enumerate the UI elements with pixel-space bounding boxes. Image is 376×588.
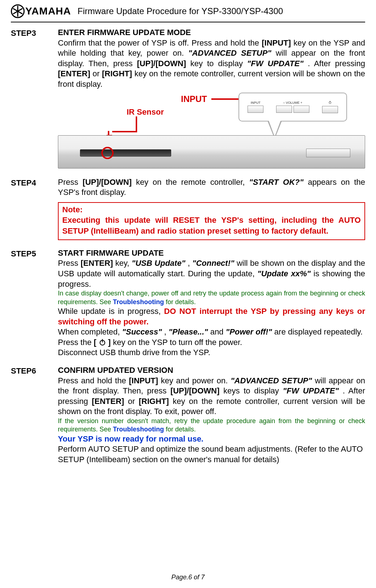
brand-logo-text: YAMAHA: [25, 5, 71, 18]
note-title: Note:: [62, 205, 83, 214]
step5-green1b: for details.: [164, 298, 196, 306]
step6-body: CONFIRM UPDATED VERSION Press and hold t…: [58, 365, 365, 465]
step5-p3e: key on the YSP to turn off the power.: [113, 338, 242, 347]
step3-input-key: [INPUT]: [262, 38, 291, 47]
step3-body: ENTER FIRMWARE UPDATE MODE Confirm that …: [58, 27, 365, 170]
step4-start-ok: "START OK?": [249, 178, 304, 187]
step5-p3b: ,: [164, 327, 169, 336]
step3-right-key: [RIGHT]: [102, 69, 132, 78]
document-title: Firmware Update Procedure for YSP-3300/Y…: [77, 5, 283, 17]
step3-fw-update: "FW UPDATE": [247, 59, 304, 68]
step5-usb-update: "USB Update": [132, 259, 185, 268]
ir-sensor-label: IR Sensor: [127, 107, 164, 118]
step6-green-note: If the version number doesn't match, ret…: [58, 417, 365, 434]
step5-p1c: ,: [188, 259, 193, 268]
step5-update-pct: "Update xx%": [257, 269, 310, 278]
step4-label: STEP4: [11, 177, 47, 240]
device-right-panel: [306, 149, 350, 157]
step6-ready: Your YSP is now ready for normal use.: [58, 434, 203, 443]
step4-body: Press [UP]/[DOWN] key on the remote cont…: [58, 177, 365, 240]
step5: STEP5 START FIRMWARE UPDATE Press [ENTER…: [11, 248, 365, 358]
step5-heading: START FIRMWARE UPDATE: [58, 248, 164, 257]
step5-poweroff-msg: "Power off!": [226, 327, 272, 336]
step5-disconnect-usb: Disconnect USB thumb drive from the YSP.: [58, 348, 365, 358]
callout-volume-label: – VOLUME +: [283, 101, 302, 105]
step5-connect: "Connect!": [192, 259, 234, 268]
callout-input-label: INPUT: [251, 101, 261, 105]
step4-updown-key: [UP]/[DOWN]: [83, 178, 132, 187]
step6-troubleshooting-link[interactable]: Troubleshooting: [113, 426, 164, 433]
callout-power-button: [322, 106, 338, 113]
step6-green1a: If the version number doesn't match, ret…: [58, 417, 365, 433]
page-footer: Page.6 of 7: [0, 573, 376, 581]
step3-adv-setup: "ADVANCED SETUP": [188, 48, 271, 57]
step4-t1: Press: [58, 178, 83, 187]
step6-p1b: key and power on.: [161, 376, 231, 385]
device-display-slot: [80, 149, 171, 157]
step6-updown-key: [UP]/[DOWN]: [170, 386, 220, 395]
brand-logo: YAMAHA: [11, 4, 71, 18]
page-header: YAMAHA Firmware Update Procedure for YSP…: [11, 4, 365, 22]
step6-p1a: Press and hold the: [58, 376, 129, 385]
callout-vol-minus-button: [276, 106, 292, 113]
note-box: Note: Executing this update will RESET t…: [58, 202, 365, 240]
step6-p2: Perform AUTO SETUP and optimize the soun…: [58, 444, 363, 464]
step3-updown-key: [UP]/[DOWN]: [137, 59, 186, 68]
input-callout-label: INPUT: [181, 93, 207, 105]
step5-bracket-left: [: [94, 338, 98, 347]
step5-p3a: When completed,: [58, 327, 122, 336]
step5-success: "Success": [122, 327, 162, 336]
device-diagram: INPUT IR Sensor INPUT: [58, 93, 365, 169]
step6-green1b: for details.: [164, 426, 196, 433]
step3-t1: Confirm that the power of YSP is off. Pr…: [58, 38, 262, 47]
note-body: Executing this update will RESET the YSP…: [62, 216, 361, 235]
power-icon: [99, 338, 106, 346]
step6-p1d: keys to display: [223, 386, 283, 395]
step3-label: STEP3: [11, 27, 47, 170]
step6-enter-key: [ENTER]: [92, 397, 124, 406]
step3: STEP3 ENTER FIRMWARE UPDATE MODE Confirm…: [11, 27, 365, 170]
step4-t2: key on the remote controller,: [136, 178, 249, 187]
step3-heading: ENTER FIRMWARE UPDATE MODE: [58, 28, 191, 37]
ir-sensor-highlight-icon: [101, 147, 114, 159]
top-panel-callout: INPUT – VOLUME +: [238, 93, 347, 122]
step5-p1b: key,: [115, 259, 131, 268]
step6-right-key: [RIGHT]: [139, 397, 169, 406]
step5-p1a: Press: [58, 259, 81, 268]
tuning-forks-icon: [11, 4, 25, 18]
step5-green1a: In case display doesn't change, power of…: [58, 290, 365, 305]
callout-vol-plus-button: [293, 106, 309, 113]
step5-troubleshooting-link[interactable]: Troubleshooting: [113, 298, 164, 306]
step3-enter-key: [ENTER]: [58, 69, 90, 78]
step3-t6: or: [93, 69, 102, 78]
callout-input-button: [248, 106, 263, 113]
step5-p2a: While update is in progress,: [58, 307, 164, 316]
step6-p1f: or: [128, 397, 139, 406]
step5-bracket-right: ]: [106, 338, 111, 347]
step5-enter-key: [ENTER]: [81, 259, 113, 268]
step6-adv-setup: "ADVANCED SETUP": [231, 376, 312, 385]
step3-t5: . After pressing: [308, 59, 365, 68]
step5-green-note: In case display doesn't change, power of…: [58, 289, 365, 306]
step3-t4: key to display: [190, 59, 247, 68]
step4: STEP4 Press [UP]/[DOWN] key on the remot…: [11, 177, 365, 240]
step5-body: START FIRMWARE UPDATE Press [ENTER] key,…: [58, 248, 365, 358]
callout-power-label: [328, 101, 332, 106]
step5-please: "Please...": [169, 327, 208, 336]
step6-label: STEP6: [11, 365, 47, 465]
step6: STEP6 CONFIRM UPDATED VERSION Press and …: [11, 365, 365, 465]
step5-label: STEP5: [11, 248, 47, 358]
step6-input-key: [INPUT]: [129, 376, 158, 385]
step5-p3c: and: [210, 327, 226, 336]
step6-heading: CONFIRM UPDATED VERSION: [58, 366, 173, 375]
step6-fw-update: "FW UPDATE": [283, 386, 339, 395]
